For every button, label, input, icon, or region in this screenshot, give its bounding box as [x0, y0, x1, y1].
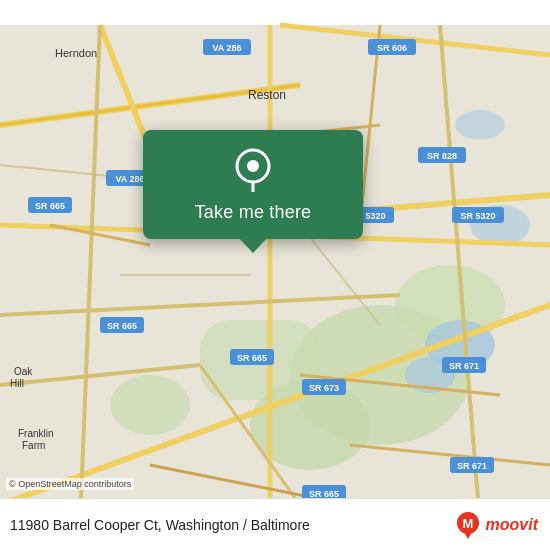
- svg-text:SR 673: SR 673: [309, 383, 339, 393]
- svg-point-4: [110, 375, 190, 435]
- svg-text:VA 286: VA 286: [212, 43, 241, 53]
- svg-marker-69: [464, 532, 472, 539]
- svg-text:Hill: Hill: [10, 378, 24, 389]
- map-container: SR 606 VA 286 VA 286 SR 828 SR 665 SR 53…: [0, 0, 550, 550]
- svg-text:Oak: Oak: [14, 366, 33, 377]
- svg-text:VA 286: VA 286: [115, 174, 144, 184]
- svg-point-65: [247, 160, 259, 172]
- svg-point-9: [455, 110, 505, 140]
- moovit-brand-text: moovit: [486, 516, 538, 534]
- svg-text:SR 665: SR 665: [35, 201, 65, 211]
- svg-text:M: M: [462, 516, 473, 531]
- map-svg: SR 606 VA 286 VA 286 SR 828 SR 665 SR 53…: [0, 0, 550, 550]
- moovit-logo: M moovit: [454, 511, 538, 539]
- svg-text:SR 5320: SR 5320: [460, 211, 495, 221]
- location-pin-icon: [231, 148, 275, 192]
- svg-text:Farm: Farm: [22, 440, 45, 451]
- take-me-there-button[interactable]: Take me there: [195, 202, 312, 223]
- svg-text:SR 671: SR 671: [449, 361, 479, 371]
- bottom-bar: 11980 Barrel Cooper Ct, Washington / Bal…: [0, 498, 550, 550]
- address-text: 11980 Barrel Cooper Ct, Washington / Bal…: [10, 517, 310, 533]
- svg-text:SR 665: SR 665: [237, 353, 267, 363]
- svg-text:SR 828: SR 828: [427, 151, 457, 161]
- svg-text:SR 671: SR 671: [457, 461, 487, 471]
- svg-text:SR 665: SR 665: [107, 321, 137, 331]
- popup-card[interactable]: Take me there: [143, 130, 363, 239]
- svg-text:Herndon: Herndon: [55, 47, 97, 59]
- svg-text:Reston: Reston: [248, 88, 286, 102]
- svg-text:Franklin: Franklin: [18, 428, 54, 439]
- svg-text:SR 606: SR 606: [377, 43, 407, 53]
- moovit-icon: M: [454, 511, 482, 539]
- osm-attribution: © OpenStreetMap contributors: [6, 478, 134, 490]
